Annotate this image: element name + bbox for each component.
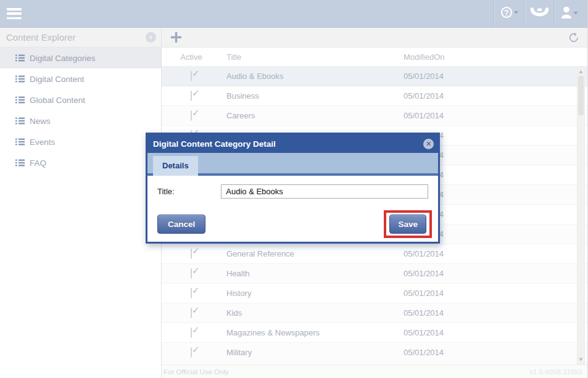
list-icon — [15, 96, 25, 104]
vertical-scrollbar[interactable]: ▲ ▼ — [577, 67, 585, 364]
list-icon — [15, 54, 25, 62]
sidebar-header: Content Explorer ‹ — [0, 28, 161, 47]
sidebar-title: Content Explorer — [6, 32, 76, 43]
collapse-sidebar-button[interactable]: ‹ — [146, 32, 156, 43]
dialog-tabstrip: Details — [147, 153, 438, 176]
sidebar-item-news[interactable]: News — [0, 110, 161, 131]
scrollbar-thumb[interactable] — [578, 76, 584, 115]
checkmark-icon: ✓ — [192, 344, 200, 355]
sidebar-item-label: Digital Categories — [30, 54, 96, 63]
sidebar-item-label: News — [30, 117, 51, 126]
sidebar-item-label: FAQ — [30, 158, 46, 168]
row-title-cell: Magazines & Newspapers — [221, 328, 404, 337]
table-row[interactable]: ✓ Audio & Ebooks 05/01/2014 — [162, 67, 587, 86]
list-icon — [15, 117, 25, 125]
tab-details[interactable]: Details — [153, 156, 198, 176]
hamburger-menu-icon[interactable] — [7, 8, 22, 19]
row-active-checkbox[interactable]: ✓ — [191, 327, 192, 338]
checkmark-icon: ✓ — [192, 245, 200, 257]
sidebar-list: Digital Categories Digital Content Globa… — [0, 47, 161, 173]
close-icon[interactable]: ✕ — [423, 139, 434, 149]
row-active-checkbox[interactable]: ✓ — [191, 249, 192, 259]
column-header-title[interactable]: Title — [221, 52, 404, 62]
row-title-cell: Audio & Ebooks — [221, 72, 404, 81]
scroll-up-icon[interactable]: ▲ — [579, 67, 582, 76]
column-header-active[interactable]: Active — [162, 52, 221, 62]
row-active-checkbox[interactable]: ✓ — [191, 288, 192, 298]
row-active-checkbox[interactable]: ✓ — [191, 308, 192, 318]
column-header-modifiedon[interactable]: ModifiedOn — [404, 52, 587, 62]
table-row[interactable]: ✓ History 05/01/2014 — [162, 284, 587, 303]
refresh-icon — [568, 32, 579, 43]
title-field-label: Title: — [157, 187, 221, 196]
checkmark-icon: ✓ — [192, 324, 200, 335]
row-modified-cell: 05/01/2014 — [404, 328, 587, 337]
checkmark-icon: ✓ — [192, 285, 200, 296]
fouo-label: For Official Use Only — [164, 368, 229, 376]
sidebar-item-label: Events — [30, 138, 55, 147]
inbox-button[interactable] — [524, 0, 554, 27]
user-icon — [560, 6, 579, 22]
table-row[interactable]: ✓ Careers 05/01/2014 — [162, 106, 587, 126]
checkmark-icon: ✓ — [192, 88, 200, 99]
row-modified-cell: 05/01/2014 — [404, 249, 587, 258]
table-row[interactable]: ✓ Military 05/01/2014 — [162, 343, 587, 363]
dialog-title: Digital Content Category Detail — [153, 139, 276, 149]
row-modified-cell: 05/01/2014 — [404, 111, 587, 120]
dialog-body: Title: — [147, 176, 438, 199]
save-button[interactable]: Save — [389, 215, 426, 234]
topbar-icon-group: ? — [494, 0, 584, 27]
application-window: ? Content Explorer ‹ — [0, 0, 588, 378]
version-label: v1.6.6058.31853 — [529, 368, 582, 376]
title-input[interactable] — [221, 184, 428, 199]
inbox-tray-icon — [530, 7, 549, 20]
plus-icon — [171, 32, 181, 43]
table-row[interactable]: ✓ Kids 05/01/2014 — [162, 303, 587, 323]
svg-text:?: ? — [504, 9, 508, 17]
row-title-cell: Careers — [221, 111, 404, 120]
list-icon — [15, 75, 25, 83]
cancel-button[interactable]: Cancel — [157, 215, 205, 234]
sidebar-item-global-content[interactable]: Global Content — [0, 89, 161, 110]
add-category-button[interactable] — [171, 32, 181, 43]
row-modified-cell: 05/01/2014 — [404, 72, 587, 81]
sidebar-item-digital-categories[interactable]: Digital Categories — [0, 47, 161, 68]
row-modified-cell: 05/01/2014 — [404, 269, 587, 278]
sidebar-item-digital-content[interactable]: Digital Content — [0, 68, 161, 89]
table-row[interactable]: ✓ Business 05/01/2014 — [162, 86, 587, 106]
scroll-down-icon[interactable]: ▼ — [579, 355, 582, 364]
user-menu-button[interactable] — [554, 0, 584, 27]
row-active-checkbox[interactable]: ✓ — [191, 347, 192, 358]
sidebar-item-label: Digital Content — [30, 75, 85, 84]
table-row[interactable]: ✓ Health 05/01/2014 — [162, 264, 587, 284]
row-active-checkbox[interactable]: ✓ — [191, 268, 192, 279]
help-menu-button[interactable]: ? — [494, 0, 524, 27]
checkmark-icon: ✓ — [192, 68, 200, 79]
dialog-titlebar[interactable]: Digital Content Category Detail ✕ — [147, 134, 438, 153]
row-title-cell: Kids — [221, 308, 404, 318]
row-title-cell: General Reference — [221, 249, 404, 258]
row-active-checkbox[interactable]: ✓ — [191, 91, 192, 101]
sidebar-item-events[interactable]: Events — [0, 131, 161, 152]
row-active-checkbox[interactable]: ✓ — [191, 110, 192, 121]
status-bar: For Official Use Only v1.6.6058.31853 — [162, 364, 587, 378]
row-title-cell: Business — [221, 91, 404, 101]
row-modified-cell: 05/01/2014 — [404, 91, 587, 101]
row-modified-cell: 05/01/2014 — [404, 308, 587, 318]
checkmark-icon: ✓ — [192, 305, 200, 316]
table-row[interactable]: ✓ Magazines & Newspapers 05/01/2014 — [162, 323, 587, 343]
table-row[interactable]: ✓ General Reference 05/01/2014 — [162, 244, 587, 264]
sidebar-item-faq[interactable]: FAQ — [0, 152, 161, 173]
row-title-cell: History — [221, 289, 404, 298]
help-icon: ? — [500, 6, 518, 22]
row-active-checkbox[interactable]: ✓ — [191, 71, 192, 81]
row-modified-cell: 05/01/2014 — [404, 289, 587, 298]
row-title-cell: Military — [221, 348, 404, 357]
sidebar: Content Explorer ‹ Digital Categories Di… — [0, 28, 162, 378]
refresh-button[interactable] — [568, 32, 579, 43]
checkmark-icon: ✓ — [192, 107, 200, 118]
category-detail-dialog: Digital Content Category Detail ✕ Detail… — [146, 133, 440, 244]
sidebar-item-label: Global Content — [30, 96, 85, 105]
dialog-actions: Cancel Save — [157, 215, 426, 234]
grid-toolbar — [162, 28, 587, 47]
